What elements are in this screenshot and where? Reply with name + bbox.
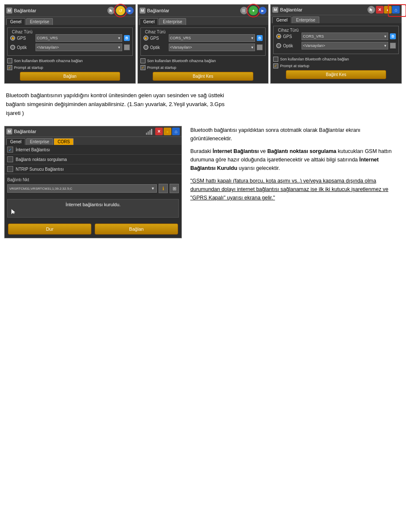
- checklist-item-ntrip: NTRIP Sunucu Bağlantısı: [5, 164, 181, 174]
- right-para-3: "GSM hattı kapalı (fatura borcu, kota aş…: [190, 177, 402, 202]
- dur-button[interactable]: Dur: [8, 224, 91, 235]
- top-panels-container: M Bağlantılar ↺ ▶ Genel Enterprise Cihaz…: [4, 4, 402, 84]
- baglanti-checkbox[interactable]: [7, 156, 13, 162]
- panel-1-gps-select[interactable]: CORS_VRS ▼: [36, 34, 122, 42]
- panel-1-prompt-row: ✓ Prompt at startup: [7, 65, 133, 70]
- panel-2-gps-arrow: ▼: [250, 36, 254, 40]
- panel-2-bluetooth-checkbox[interactable]: [140, 58, 145, 63]
- internet-checkbox[interactable]: ✓: [7, 147, 13, 153]
- panel-1-body: Cihaz Türü GPS CORS_VRS ▼ B Optik <Varsa…: [5, 25, 135, 83]
- panel-1-icon: M: [6, 8, 12, 14]
- panel-1-bt-icon: B: [124, 35, 130, 41]
- panel-2-optik-row: Optik <Varsayılan> ▼: [143, 44, 263, 51]
- panel-2-title: Bağlantılar: [147, 8, 239, 13]
- panel-1-yellow-icon: ↺: [116, 6, 125, 15]
- panel-1-device-type-legend: Cihaz Türü: [10, 30, 130, 34]
- panel-2-tab-genel[interactable]: Genel: [140, 18, 159, 25]
- panel-1-tab-enterprise[interactable]: Enterprise: [26, 18, 53, 25]
- right-para2-prefix: Buradaki: [190, 148, 213, 154]
- panel-3-tab-enterprise[interactable]: Enterprise: [292, 16, 319, 23]
- panel-3-gps-row: GPS CORS_VRS ▼ B: [276, 33, 396, 40]
- ntrip-label: NTRIP Sunucu Bağlantısı: [16, 167, 64, 172]
- bottom-panel-titlebar: M Bağlantılar × ● ⌂: [5, 126, 181, 137]
- panel-2-tab-enterprise[interactable]: Enterprise: [159, 18, 186, 25]
- conn-select[interactable]: VRSRTCM31;VRSRTCM31;1;39.2;32.5;C ▼: [7, 184, 157, 193]
- bottom-panel-icons: × ● ⌂: [146, 128, 180, 135]
- conn-arrow: ▼: [151, 186, 155, 191]
- panel-3-x-icon: ×: [376, 6, 384, 14]
- panel-2-status-icon-1: [240, 7, 248, 14]
- bottom-panel-buttons: Dur Bağlan: [5, 220, 181, 238]
- panel-2-optik-icon: [257, 44, 263, 50]
- panel-1-gps-radio[interactable]: [10, 35, 15, 41]
- panel-1-tab-genel[interactable]: Genel: [6, 18, 25, 25]
- panel-1-bluetooth-row: Son kullanılan Bluetooth cihazına bağlan: [7, 58, 133, 63]
- panel-3-gps-radio[interactable]: [276, 34, 281, 39]
- baglan-button[interactable]: Bağlan: [95, 224, 178, 235]
- bottom-tab-genel[interactable]: Genel: [6, 138, 25, 145]
- panel-3-optik-radio[interactable]: [276, 43, 281, 48]
- panel-1-prompt-checkbox[interactable]: ✓: [7, 65, 12, 70]
- panel-2-green-icon: ✦: [249, 6, 258, 15]
- panel-1-icons: ↺ ▶: [107, 6, 134, 15]
- panel-3-gps-select[interactable]: CORS_VRS ▼: [302, 33, 388, 40]
- panel-3-device-type-group: Cihaz Türü GPS CORS_VRS ▼ B Optik <Varsa…: [273, 26, 399, 54]
- bottom-panel-title: Bağlantılar: [14, 129, 144, 134]
- panel-3-optik-select[interactable]: <Varsayılan> ▼: [302, 42, 388, 49]
- panel-1: M Bağlantılar ↺ ▶ Genel Enterprise Cihaz…: [4, 4, 136, 84]
- panel-3-bluetooth-row: Son kullanılan Bluetooth cihazına bağlan: [273, 57, 399, 62]
- conn-edit-button[interactable]: ⊞: [170, 184, 179, 193]
- panel-3-titlebar: M Bağlantılar × ● ⌂: [271, 5, 401, 15]
- cursor-area: [11, 207, 175, 215]
- bottom-panel-conn-section: Bağlıntı Nkt VRSRTCM31;VRSRTCM31;1;39.2;…: [5, 174, 181, 196]
- panel-2-gps-radio[interactable]: [143, 35, 148, 41]
- panel-3-cursor-icon: [368, 6, 375, 14]
- ntrip-checkbox[interactable]: [7, 166, 13, 172]
- svg-marker-2: [244, 9, 244, 12]
- panel-2-optik-select[interactable]: <Varsayılan> ▼: [169, 44, 255, 51]
- panel-3-prompt-checkbox[interactable]: ✓: [273, 63, 278, 68]
- panel-2-optik-radio[interactable]: [143, 45, 148, 50]
- panel-2-prompt-checkbox[interactable]: ✓: [140, 65, 145, 70]
- panel-3-tabs: Genel Enterprise: [271, 15, 401, 23]
- right-para3-text: "GSM hattı kapalı (fatura borcu, kota aş…: [190, 178, 388, 201]
- panel-3-optik-row: Optik <Varsayılan> ▼: [276, 42, 396, 49]
- panel-3-prompt-label: Prompt at startup: [280, 64, 309, 68]
- panel-1-optik-radio[interactable]: [10, 45, 15, 50]
- panel-1-connect-button[interactable]: Bağlan: [20, 72, 120, 81]
- panel-1-rotating-icon-wrapper: ↺: [116, 6, 125, 15]
- panel-3-tab-genel[interactable]: Genel: [272, 16, 291, 23]
- panel-1-optik-select[interactable]: <Varsayılan> ▼: [36, 44, 122, 51]
- svg-marker-0: [110, 9, 112, 12]
- panel-2-connect-button[interactable]: Bağlnt Kes: [153, 72, 253, 81]
- panel-3-house-wrapper: ⌂: [392, 6, 400, 14]
- panel-2-prompt-row: ✓ Prompt at startup: [140, 65, 266, 70]
- panel-3-optik-icon: [390, 43, 396, 49]
- panel-1-bluetooth-checkbox[interactable]: [7, 58, 12, 63]
- bottom-panel-house-icon: ⌂: [172, 128, 180, 135]
- right-para2-bold1: İnternet Bağlantısı: [213, 148, 259, 154]
- bottom-panel-checklist: ✓ İnternet Bağlantısı Bağlantı noktası s…: [5, 145, 181, 174]
- panel-2-gps-select[interactable]: CORS_VRS ▼: [169, 34, 255, 42]
- svg-marker-3: [370, 8, 373, 11]
- panel-3-house-icon: ⌂: [392, 6, 400, 14]
- panel-2-titlebar: M Bağlantılar ✦ ▶: [138, 5, 269, 17]
- bottom-panel-m-icon: M: [6, 128, 12, 134]
- checklist-item-internet: ✓ İnternet Bağlantısı: [5, 145, 181, 155]
- bottom-panel-x-icon: ×: [155, 128, 163, 135]
- internet-label: İnternet Bağlantısı: [16, 147, 50, 152]
- baglanti-label: Bağlantı noktası sorgulama: [16, 157, 67, 162]
- right-para2-end: uyarısı gelecektir.: [237, 165, 280, 171]
- panel-3-icons: × ● ⌂: [368, 6, 400, 14]
- panel-2-bt-icon: B: [257, 35, 263, 41]
- panel-3-bluetooth-checkbox[interactable]: [273, 57, 278, 62]
- panel-2-gps-label: GPS: [150, 36, 167, 41]
- panel-2-blue-icon: ▶: [259, 7, 266, 14]
- panel-3-optik-label: Optik: [283, 44, 300, 48]
- panel-3-connect-button[interactable]: Bağlnt Kes: [286, 70, 386, 79]
- panel-2-device-type-legend: Cihaz Türü: [143, 30, 263, 34]
- bottom-tab-enterprise[interactable]: Enterprise: [26, 138, 53, 145]
- bottom-tab-cors[interactable]: CORS: [54, 138, 74, 145]
- panel-2-icon: M: [140, 8, 145, 14]
- conn-info-button[interactable]: ℹ: [159, 184, 168, 193]
